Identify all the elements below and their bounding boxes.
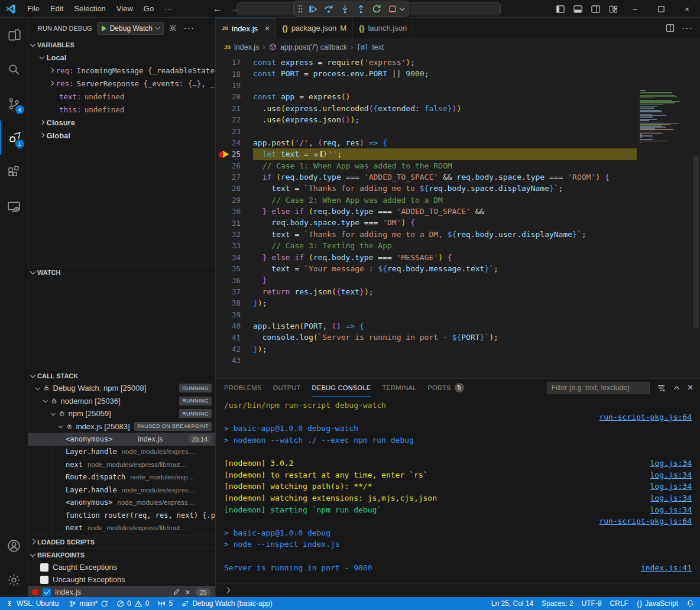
code-line[interactable]: 24app.post('/', (req, res) => { bbox=[216, 137, 700, 148]
code-line[interactable]: 40app.listen(PORT, () => { bbox=[216, 320, 700, 332]
breakpoint-row[interactable]: Uncaught Exceptions bbox=[28, 573, 215, 586]
code-line[interactable]: 27 if (req.body.type === 'ADDED_TO_SPACE… bbox=[216, 171, 700, 183]
step-into-icon[interactable] bbox=[338, 2, 352, 16]
source-link[interactable]: log.js:34 bbox=[650, 494, 692, 502]
stack-frame-row[interactable]: Route.dispatchnode_modules/exp… bbox=[28, 471, 215, 484]
stack-frame-row[interactable]: nextnode_modules/express/lib/rout… bbox=[28, 458, 215, 471]
indentation[interactable]: Spaces: 2 bbox=[537, 597, 577, 610]
breakpoints-section-header[interactable]: BREAKPOINTS bbox=[28, 549, 215, 561]
menu-go[interactable]: Go bbox=[138, 2, 159, 15]
code-line[interactable]: 39 bbox=[216, 309, 700, 320]
code-line[interactable]: 34 } else if (req.body.type === 'MESSAGE… bbox=[216, 252, 700, 263]
maximize-panel-chevron-icon[interactable] bbox=[673, 384, 680, 392]
split-editor-icon[interactable] bbox=[666, 24, 675, 33]
notifications-bell[interactable] bbox=[682, 597, 700, 610]
settings-gear-icon[interactable] bbox=[0, 563, 28, 597]
minimap[interactable] bbox=[640, 90, 691, 144]
code-line[interactable]: 43 bbox=[216, 355, 700, 366]
sidebar-item-extensions[interactable] bbox=[0, 155, 28, 189]
launch-config-select[interactable]: Debug Watch bbox=[97, 22, 164, 35]
breakpoint-row[interactable]: index.js×25 bbox=[28, 586, 215, 597]
tab-launch-json[interactable]: {} launch.json bbox=[353, 18, 413, 38]
code-line[interactable]: 18const PORT = process.env.PORT || 9000; bbox=[216, 68, 700, 79]
code-line[interactable]: 38}); bbox=[216, 297, 700, 309]
console-filter-input[interactable] bbox=[547, 382, 650, 394]
stack-frame-row[interactable]: <anonymous>node_modules/express… bbox=[28, 497, 215, 510]
customize-layout-icon[interactable] bbox=[604, 0, 622, 18]
code-line[interactable]: 28 text = `Thanks for adding me to ${req… bbox=[216, 183, 700, 194]
panel-tab-ports[interactable]: PORTS5 bbox=[427, 379, 464, 397]
variables-scope-row[interactable]: Global bbox=[28, 129, 215, 142]
code-line[interactable]: 31 req.body.space.type === 'DM') { bbox=[216, 217, 700, 228]
code-line[interactable]: 20const app = express() bbox=[216, 91, 700, 102]
code-line[interactable]: 30 } else if (req.body.type === 'ADDED_T… bbox=[216, 206, 700, 217]
panel-tab-problems[interactable]: PROBLEMS bbox=[224, 379, 262, 397]
editor-more-actions-icon[interactable]: ··· bbox=[682, 23, 693, 34]
editor-scrollbar[interactable] bbox=[693, 156, 699, 327]
source-link[interactable]: log.js:34 bbox=[650, 482, 692, 491]
variables-scope-row[interactable]: Local bbox=[28, 51, 215, 64]
remove-breakpoint-icon[interactable]: × bbox=[186, 588, 190, 596]
stack-frame-row[interactable]: Layer.handlenode_modules/expres… bbox=[28, 484, 215, 497]
close-tab-icon[interactable]: × bbox=[265, 24, 270, 33]
watch-section-header[interactable]: WATCH bbox=[28, 266, 215, 278]
maximize-icon[interactable] bbox=[648, 0, 674, 18]
source-link[interactable]: run-script-pkg.js:64 bbox=[599, 413, 692, 421]
edit-breakpoint-icon[interactable] bbox=[173, 588, 180, 596]
remote-indicator[interactable]: WSL: Ubuntu bbox=[0, 597, 63, 610]
code-line[interactable]: 19 bbox=[216, 80, 700, 91]
variable-row[interactable]: this:undefined bbox=[28, 103, 215, 116]
source-link[interactable]: log.js:34 bbox=[650, 459, 692, 468]
source-link[interactable]: log.js:34 bbox=[650, 505, 692, 514]
code-line[interactable]: 23 bbox=[216, 125, 700, 137]
code-line[interactable]: 42}); bbox=[216, 343, 700, 355]
stack-frame-row[interactable]: <anonymous>index.js25:14 bbox=[28, 433, 215, 446]
toolbar-grip-icon[interactable] bbox=[297, 2, 304, 16]
cursor-position[interactable]: Ln 25, Col 14 bbox=[487, 597, 537, 610]
back-arrow-icon[interactable]: ← bbox=[213, 4, 222, 14]
source-link[interactable]: index.js:41 bbox=[641, 563, 692, 572]
callstack-section-header[interactable]: CALL STACK bbox=[28, 369, 215, 382]
debug-settings-gear-icon[interactable] bbox=[168, 24, 177, 33]
variables-section-header[interactable]: VARIABLES bbox=[28, 38, 215, 51]
tab-index-js[interactable]: JS index.js × bbox=[216, 18, 276, 38]
panel-tab-terminal[interactable]: TERMINAL bbox=[382, 379, 416, 397]
stack-frame-row[interactable]: function router(req, res, next) {.pr… bbox=[28, 509, 215, 522]
toggle-sidebar-icon[interactable] bbox=[551, 0, 569, 18]
code-line[interactable]: 35 text = `Your message : ${req.body.mes… bbox=[216, 263, 700, 274]
tab-package-json[interactable]: {} package.json M bbox=[276, 18, 353, 38]
close-panel-icon[interactable]: × bbox=[688, 383, 693, 392]
sidebar-item-explorer[interactable] bbox=[0, 18, 28, 52]
stop-button[interactable] bbox=[385, 2, 405, 16]
stack-frame-row[interactable]: nextnode_modules/express/lib/rout… bbox=[28, 522, 215, 535]
sidebar-item-source-control[interactable]: 4 bbox=[0, 86, 28, 121]
menu-edit[interactable]: Edit bbox=[45, 2, 69, 15]
restart-icon[interactable] bbox=[370, 2, 384, 16]
breadcrumb-symbol[interactable]: app.post('/') callback bbox=[280, 43, 347, 51]
menu-file[interactable]: File bbox=[22, 2, 45, 15]
breadcrumb-field[interactable]: text bbox=[372, 43, 384, 51]
stack-frame-row[interactable]: Layer.handlenode_modules/expres… bbox=[28, 446, 215, 459]
panel-tab-debug-console[interactable]: DEBUG CONSOLE bbox=[312, 379, 371, 397]
start-debug-icon[interactable] bbox=[102, 25, 106, 31]
code-line[interactable]: 22 .use(express.json()); bbox=[216, 114, 700, 125]
toggle-secondary-sidebar-icon[interactable] bbox=[586, 0, 604, 18]
sidebar-item-remote-explorer[interactable] bbox=[0, 189, 28, 223]
eol-sequence[interactable]: CRLF bbox=[606, 597, 633, 610]
breakpoint-checkbox[interactable] bbox=[43, 588, 51, 596]
source-link[interactable]: log.js:34 bbox=[650, 471, 692, 479]
code-line[interactable]: 25 let text = ●''; bbox=[216, 148, 700, 160]
breakpoint-checkbox[interactable] bbox=[40, 563, 48, 572]
continue-icon[interactable] bbox=[306, 2, 320, 16]
code-line[interactable]: 17const express = require('express'); bbox=[216, 57, 700, 68]
accounts-icon[interactable] bbox=[0, 528, 28, 563]
code-line[interactable]: 32 text = `Thanks for adding me to a DM,… bbox=[216, 229, 700, 240]
debug-session-indicator[interactable]: Debug Watch (basic-app) bbox=[177, 597, 277, 610]
ports-indicator[interactable]: 5 bbox=[153, 597, 177, 610]
panel-tab-output[interactable]: OUTPUT bbox=[273, 379, 301, 397]
stop-dropdown-chevron-icon[interactable] bbox=[400, 5, 404, 10]
problems-indicator[interactable]: 0 0 bbox=[112, 597, 153, 610]
minimize-icon[interactable]: – bbox=[622, 0, 648, 18]
step-over-icon[interactable] bbox=[322, 2, 336, 16]
close-window-icon[interactable]: × bbox=[674, 0, 700, 18]
